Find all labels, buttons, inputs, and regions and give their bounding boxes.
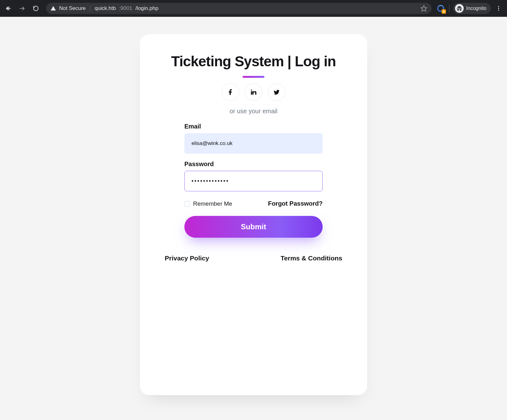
address-bar[interactable]: Not Secure quick.htb:9001/login.php [46, 3, 432, 14]
linkedin-icon [250, 89, 257, 96]
omnibox-separator [90, 5, 90, 12]
svg-point-5 [498, 8, 499, 9]
incognito-icon [455, 4, 464, 13]
svg-point-8 [251, 90, 252, 91]
extension-badge: 4 [442, 9, 446, 14]
not-secure-icon [50, 6, 56, 11]
svg-point-6 [498, 10, 499, 11]
remember-me[interactable]: Remember Me [184, 200, 232, 207]
forward-button[interactable] [16, 2, 28, 14]
security-label: Not Secure [59, 5, 86, 12]
email-input[interactable] [184, 133, 323, 154]
login-form: Email Password Remember Me Forgot Passwo… [184, 123, 323, 238]
linkedin-login-button[interactable] [245, 83, 262, 101]
remember-label: Remember Me [193, 200, 232, 207]
svg-marker-3 [421, 6, 427, 11]
password-input[interactable] [184, 171, 323, 191]
facebook-icon [227, 89, 234, 96]
twitter-login-button[interactable] [268, 83, 285, 101]
page-viewport: Ticketing System | Log in or use your em… [0, 17, 507, 420]
title-accent [243, 76, 264, 78]
password-label: Password [184, 161, 323, 168]
privacy-policy-link[interactable]: Privacy Policy [165, 254, 209, 262]
facebook-login-button[interactable] [222, 83, 239, 101]
twitter-icon [273, 89, 280, 96]
social-login-row [165, 83, 342, 101]
terms-link[interactable]: Terms & Conditions [281, 254, 342, 262]
incognito-label: Incognito [466, 6, 486, 11]
incognito-chip[interactable]: Incognito [453, 3, 491, 14]
login-card: Ticketing System | Log in or use your em… [140, 34, 367, 395]
browser-menu-button[interactable] [493, 2, 505, 14]
remember-checkbox[interactable] [184, 201, 190, 207]
extension-icon[interactable]: 4 [436, 4, 445, 13]
email-hint: or use your email [165, 108, 342, 115]
url-port: :9001 [119, 5, 132, 12]
browser-toolbar: Not Secure quick.htb:9001/login.php 4 In… [0, 0, 507, 17]
reload-button[interactable] [30, 2, 42, 14]
svg-rect-7 [251, 91, 252, 95]
url-path: /login.php [135, 5, 159, 12]
toolbar-separator [449, 4, 449, 12]
email-label: Email [184, 123, 323, 130]
forgot-password-link[interactable]: Forgot Password? [268, 200, 323, 207]
url-host: quick.htb [95, 5, 116, 12]
submit-button[interactable]: Submit [184, 216, 323, 238]
bookmark-star-icon[interactable] [420, 5, 427, 12]
page-title: Ticketing System | Log in [165, 53, 342, 70]
back-button[interactable] [2, 2, 14, 14]
svg-point-4 [498, 6, 499, 7]
